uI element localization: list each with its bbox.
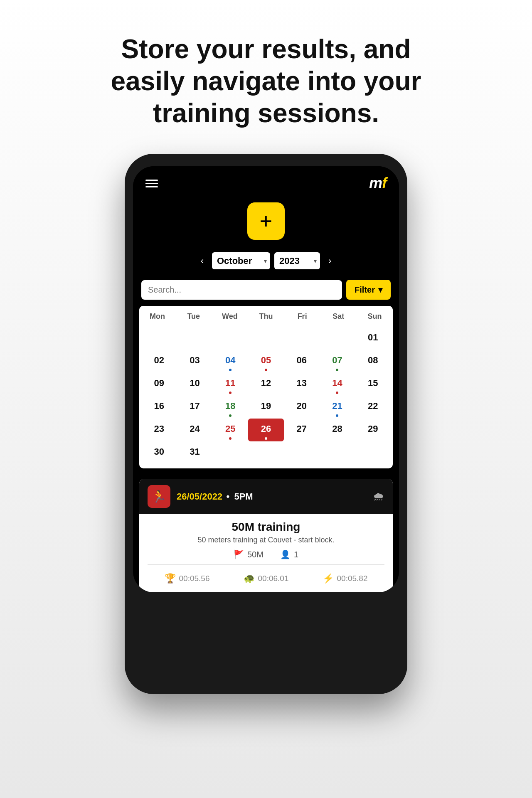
year-select[interactable]: 2021202220232024	[274, 252, 320, 269]
participants-meta: 👤 1	[280, 549, 298, 559]
prev-month-button[interactable]: ‹	[197, 254, 208, 268]
calendar-day-number: 27	[296, 424, 306, 434]
calendar-day[interactable]: 11	[212, 373, 248, 396]
calendar-day-number: 11	[225, 378, 235, 389]
calendar-day-number: 05	[261, 355, 271, 366]
phone-screen: mf + ‹ October JanuaryFebruaryMarch Apri…	[133, 166, 399, 592]
calendar-day-number: 16	[154, 401, 164, 411]
calendar-day[interactable]: 18	[212, 396, 248, 419]
calendar-body: 0102030405060708091011121314151617181920…	[139, 325, 393, 468]
calendar-day[interactable]	[320, 441, 355, 464]
calendar-day[interactable]: 06	[284, 350, 320, 373]
calendar-day[interactable]: 29	[355, 419, 391, 441]
calendar-day[interactable]: 17	[177, 396, 213, 419]
calendar-day[interactable]: 16	[141, 396, 177, 419]
calendar-day[interactable]: 12	[248, 373, 284, 396]
calendar-day-number: 02	[154, 355, 164, 366]
calendar-day[interactable]: 23	[141, 419, 177, 441]
calendar-day-dot	[229, 437, 232, 440]
calendar-day[interactable]	[177, 327, 213, 350]
filter-button[interactable]: Filter ▾	[346, 280, 391, 300]
calendar-day-number: 10	[190, 378, 200, 389]
logo-m: m	[369, 175, 382, 192]
filter-label: Filter	[355, 285, 375, 295]
calendar-day[interactable]: 01	[355, 327, 391, 350]
calendar-day-number: 23	[154, 424, 164, 434]
calendar-day[interactable]: 21	[320, 396, 355, 419]
calendar-day-number: 20	[296, 401, 306, 411]
calendar-day-number: 17	[190, 401, 200, 411]
calendar-day[interactable]	[141, 327, 177, 350]
calendar-day[interactable]	[248, 441, 284, 464]
calendar-day[interactable]	[212, 441, 248, 464]
calendar-day-number: 19	[261, 401, 271, 411]
calendar-day-number: 06	[296, 355, 306, 366]
slowest-time-stat: 🐢 00:06.01	[244, 573, 289, 584]
calendar-day-dot	[336, 392, 338, 394]
month-select[interactable]: October JanuaryFebruaryMarch AprilMayJun…	[212, 252, 270, 269]
logo-f: f	[382, 175, 387, 192]
app-logo: mf	[369, 175, 387, 192]
calendar-day[interactable]: 24	[177, 419, 213, 441]
calendar-day-dot	[265, 437, 267, 440]
next-month-button[interactable]: ›	[324, 254, 335, 268]
calendar-day[interactable]: 25	[212, 419, 248, 441]
calendar-day-number: 13	[296, 378, 306, 389]
add-session-button[interactable]: +	[247, 202, 285, 240]
calendar-day[interactable]: 08	[355, 350, 391, 373]
calendar-day[interactable]: 03	[177, 350, 213, 373]
calendar-day[interactable]: 15	[355, 373, 391, 396]
hamburger-menu[interactable]	[145, 180, 158, 187]
calendar-day[interactable]: 05	[248, 350, 284, 373]
month-navigation: ‹ October JanuaryFebruaryMarch AprilMayJ…	[133, 248, 399, 276]
best-time-value: 00:05.56	[179, 574, 210, 583]
calendar-day[interactable]	[284, 327, 320, 350]
participants-icon: 👤	[280, 549, 291, 559]
calendar-day[interactable]: 10	[177, 373, 213, 396]
card-separator: •	[227, 491, 232, 502]
calendar-day-number: 03	[190, 355, 200, 366]
calendar-day[interactable]: 09	[141, 373, 177, 396]
card-meta: 🚩 50M 👤 1	[148, 549, 384, 559]
calendar-day[interactable]: 20	[284, 396, 320, 419]
calendar-day[interactable]	[248, 327, 284, 350]
avg-time-value: 00:05.82	[337, 574, 368, 583]
calendar-day[interactable]: 30	[141, 441, 177, 464]
calendar-day-number: 30	[154, 446, 164, 457]
calendar-day-dot	[229, 392, 232, 394]
calendar-day[interactable]: 14	[320, 373, 355, 396]
calendar-day[interactable]: 26	[248, 419, 284, 441]
weekday-tue: Tue	[175, 310, 212, 323]
calendar-day[interactable]: 27	[284, 419, 320, 441]
calendar-day[interactable]	[212, 327, 248, 350]
calendar-day[interactable]: 28	[320, 419, 355, 441]
calendar-day[interactable]	[355, 441, 391, 464]
calendar-day[interactable]: 31	[177, 441, 213, 464]
training-title: 50M training	[148, 520, 384, 534]
avg-time-stat: ⚡ 00:05.82	[323, 573, 368, 584]
calendar-day[interactable]	[284, 441, 320, 464]
calendar-day-number: 28	[332, 424, 342, 434]
calendar-day[interactable]: 19	[248, 396, 284, 419]
card-header-left: 🏃 26/05/2022 • 5PM	[148, 485, 253, 508]
calendar-day[interactable]: 02	[141, 350, 177, 373]
training-card[interactable]: 🏃 26/05/2022 • 5PM 🌧 50M training 50 met…	[139, 479, 393, 592]
calendar-day-dot	[265, 369, 267, 371]
calendar-day[interactable]: 22	[355, 396, 391, 419]
search-input[interactable]	[141, 280, 342, 300]
calendar-day[interactable]: 13	[284, 373, 320, 396]
calendar-day[interactable]	[320, 327, 355, 350]
weekday-sat: Sat	[320, 310, 357, 323]
calendar-day[interactable]: 07	[320, 350, 355, 373]
calendar-day-number: 09	[154, 378, 164, 389]
calendar-day-number: 22	[368, 401, 378, 411]
calendar-day-dot	[229, 369, 232, 371]
calendar-day-dot	[336, 369, 338, 371]
weekday-sun: Sun	[357, 310, 393, 323]
distance-meta: 🚩 50M	[234, 549, 264, 559]
calendar-day-number: 25	[225, 424, 235, 434]
calendar-day-dot	[336, 414, 338, 417]
calendar-day-number: 15	[368, 378, 378, 389]
calendar-day[interactable]: 04	[212, 350, 248, 373]
card-date: 26/05/2022	[177, 491, 222, 502]
